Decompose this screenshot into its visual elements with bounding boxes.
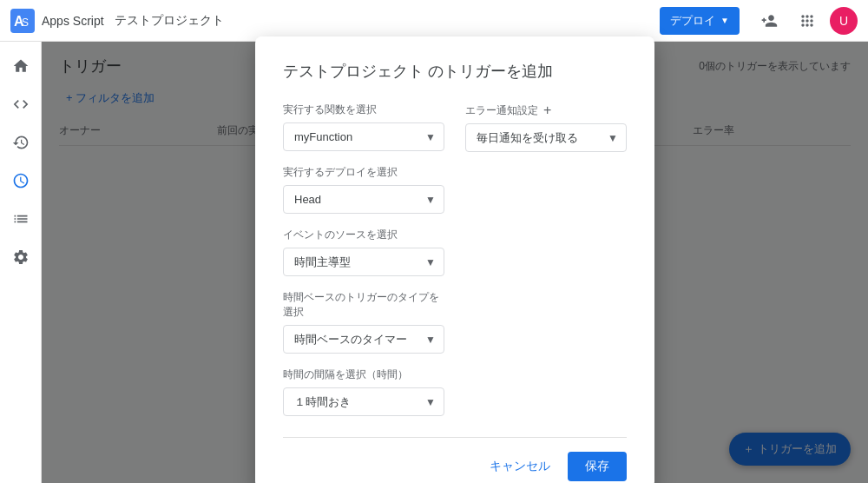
grid-icon: [799, 12, 816, 30]
deploy-select-wrapper: Head ▼: [283, 185, 444, 214]
sidebar-item-settings[interactable]: [3, 240, 38, 275]
modal-footer: キャンセル 保存: [283, 437, 627, 481]
interval-select-wrapper: １時間おき ▼: [283, 387, 444, 416]
trigger-type-select-wrapper: 時間ベースのタイマー ▼: [283, 325, 444, 354]
app-name-label: Apps Script: [42, 14, 104, 28]
sidebar-item-triggers[interactable]: [3, 163, 38, 198]
error-notif-add-button[interactable]: +: [543, 103, 551, 118]
trigger-type-form-group: 時間ベースのトリガーのタイプを選択 時間ベースのタイマー ▼: [283, 290, 444, 354]
function-label: 実行する関数を選択: [283, 103, 444, 117]
deploy-label: 実行するデプロイを選択: [283, 165, 444, 180]
modal-title: テストプロジェクト のトリガーを追加: [283, 61, 627, 82]
gear-icon: [12, 248, 30, 266]
function-form-group: 実行する関数を選択 myFunction ▼: [283, 103, 444, 151]
deploy-form-group: 実行するデプロイを選択 Head ▼: [283, 165, 444, 214]
error-notif-form-group: エラー通知設定 + 毎日通知を受け取る ▼: [465, 103, 627, 152]
deploy-button[interactable]: デプロイ ▼: [660, 7, 740, 35]
error-notif-select[interactable]: 毎日通知を受け取る: [465, 123, 627, 152]
event-source-select[interactable]: 時間主導型: [283, 248, 444, 276]
event-source-select-wrapper: 時間主導型 ▼: [283, 248, 444, 276]
avatar[interactable]: U: [830, 7, 858, 35]
function-select-wrapper: myFunction ▼: [283, 122, 444, 151]
modal-body: 実行する関数を選択 myFunction ▼ 実行するデプロイを選択: [283, 103, 627, 416]
interval-form-group: 時間の間隔を選択（時間） １時間おき ▼: [283, 367, 444, 416]
interval-select[interactable]: １時間おき: [283, 387, 444, 416]
modal-overlay: テストプロジェクト のトリガーを追加 実行する関数を選択 myFunction …: [42, 42, 868, 483]
trigger-type-label: 時間ベースのトリガーのタイプを選択: [283, 290, 444, 320]
history-icon: [12, 134, 30, 151]
project-name-label: テストプロジェクト: [115, 13, 224, 29]
cancel-button[interactable]: キャンセル: [479, 452, 561, 481]
code-icon: [12, 96, 30, 113]
add-trigger-modal: テストプロジェクト のトリガーを追加 実行する関数を選択 myFunction …: [255, 36, 654, 483]
sidebar-item-history[interactable]: [3, 125, 38, 160]
topbar-actions: U: [753, 5, 858, 36]
error-notif-label: エラー通知設定: [465, 103, 538, 118]
event-source-label: イベントのソースを選択: [283, 228, 444, 242]
main-layout: トリガー 0個のトリガーを表示しています + フィルタを追加 オーナー 前回の実…: [0, 42, 868, 483]
deploy-select[interactable]: Head: [283, 185, 444, 214]
grid-menu-button[interactable]: [792, 5, 823, 36]
clock-icon: [12, 172, 30, 189]
save-button[interactable]: 保存: [568, 452, 627, 481]
sidebar: [0, 42, 42, 483]
home-icon: [12, 57, 30, 75]
app-logo: A S Apps Script: [10, 9, 104, 33]
event-source-form-group: イベントのソースを選択 時間主導型 ▼: [283, 228, 444, 276]
deploy-chevron-icon: ▼: [720, 16, 729, 25]
sidebar-item-executions[interactable]: [3, 202, 38, 236]
sidebar-item-home[interactable]: [3, 49, 38, 83]
apps-script-logo-icon: A S: [10, 9, 35, 33]
error-notif-select-wrapper: 毎日通知を受け取る ▼: [465, 123, 627, 152]
list-icon: [12, 210, 30, 228]
trigger-type-select[interactable]: 時間ベースのタイマー: [283, 325, 444, 354]
add-user-button[interactable]: [753, 5, 785, 36]
modal-right-column: エラー通知設定 + 毎日通知を受け取る ▼: [465, 103, 627, 416]
main-content: トリガー 0個のトリガーを表示しています + フィルタを追加 オーナー 前回の実…: [42, 42, 868, 483]
sidebar-item-code[interactable]: [3, 87, 38, 122]
svg-text:S: S: [22, 17, 29, 29]
modal-left-column: 実行する関数を選択 myFunction ▼ 実行するデプロイを選択: [283, 103, 444, 416]
topbar: A S Apps Script テストプロジェクト デプロイ ▼ U: [0, 0, 868, 42]
error-notif-header: エラー通知設定 +: [465, 103, 627, 118]
interval-label: 時間の間隔を選択（時間）: [283, 367, 444, 382]
deploy-label: デプロイ: [670, 13, 715, 29]
add-person-icon: [760, 12, 778, 30]
function-select[interactable]: myFunction: [283, 122, 444, 151]
